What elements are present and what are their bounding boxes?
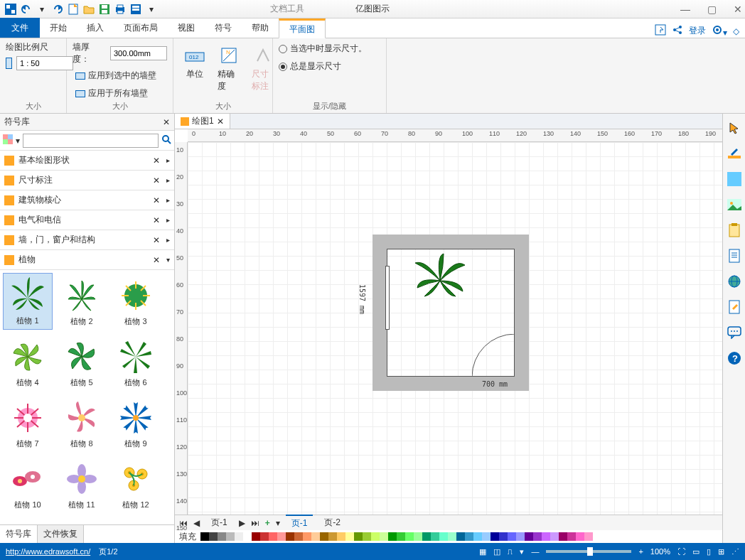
open-icon[interactable]	[82, 2, 96, 16]
layout-mode-3-icon[interactable]: ⎍	[508, 547, 513, 556]
door-shape[interactable]	[472, 334, 515, 377]
collapse-ribbon-icon[interactable]: ◇	[733, 26, 739, 36]
color-swatch[interactable]	[354, 532, 363, 541]
shape-item[interactable]: 植物 3	[111, 273, 161, 330]
ruler-horizontal[interactable]: 0102030405060708090100110120130140150160…	[188, 129, 722, 142]
shape-item[interactable]: 植物 2	[57, 273, 107, 330]
fit-width-icon[interactable]: ▭	[692, 547, 700, 556]
color-swatch[interactable]	[260, 532, 269, 541]
zoom-out-icon[interactable]: —	[531, 547, 539, 556]
page-nav-last-icon[interactable]: ⏭	[251, 518, 259, 528]
shape-item[interactable]: 植物 5	[57, 334, 107, 391]
page-tab-2[interactable]: 页-2	[318, 515, 346, 530]
color-swatch[interactable]	[388, 532, 397, 541]
color-swatch[interactable]	[448, 532, 456, 541]
color-swatch[interactable]	[508, 532, 516, 541]
undo-dropdown-icon[interactable]: ▾	[35, 2, 49, 16]
options-icon[interactable]	[129, 2, 143, 16]
library-category[interactable]: 尺寸标注✕▸	[0, 171, 174, 190]
tab-symbol[interactable]: 符号	[205, 18, 242, 38]
shape-item[interactable]: 植物 6	[111, 334, 161, 391]
library-category[interactable]: 建筑物核心✕▸	[0, 190, 174, 210]
thickness-input[interactable]	[110, 46, 167, 60]
fit-height-icon[interactable]: ▯	[707, 547, 711, 556]
tab-file[interactable]: 文件	[0, 18, 40, 38]
color-swatch[interactable]	[235, 532, 243, 541]
zoom-in-icon[interactable]: +	[638, 547, 643, 556]
document-tab[interactable]: 绘图1✕	[175, 114, 230, 129]
social-icon[interactable]	[672, 24, 683, 38]
maximize-button[interactable]: ▢	[707, 4, 717, 15]
close-button[interactable]: ✕	[734, 4, 742, 15]
library-category[interactable]: 墙，门，窗户和结构✕▸	[0, 230, 174, 250]
color-swatch[interactable]	[328, 532, 337, 541]
color-swatch[interactable]	[525, 532, 533, 541]
color-swatch[interactable]	[576, 532, 584, 541]
color-swatch[interactable]	[320, 532, 328, 541]
page-nav-prev-icon[interactable]: ◀	[193, 518, 200, 528]
library-category[interactable]: 基本绘图形状✕▸	[0, 151, 174, 171]
color-swatch[interactable]	[567, 532, 576, 541]
color-swatch[interactable]	[499, 532, 508, 541]
room-shape[interactable]: 1597 mm 700 mm	[372, 235, 529, 391]
fill-color-icon[interactable]	[726, 171, 743, 188]
color-swatch[interactable]	[252, 532, 260, 541]
color-swatch[interactable]	[371, 532, 380, 541]
color-swatch[interactable]	[243, 532, 252, 541]
library-search-input[interactable]	[23, 134, 159, 148]
color-swatch[interactable]	[516, 532, 525, 541]
minimize-button[interactable]: —	[680, 4, 690, 15]
color-swatch[interactable]	[405, 532, 414, 541]
zoom-value[interactable]: 100%	[650, 547, 670, 556]
apply-selected-walls[interactable]: 应用到选中的墙壁	[73, 68, 167, 83]
layout-mode-2-icon[interactable]: ◫	[493, 547, 500, 556]
shape-item[interactable]: 植物 11	[57, 456, 107, 513]
new-icon[interactable]	[66, 2, 80, 16]
library-category[interactable]: 植物✕▾	[0, 250, 174, 270]
color-swatch[interactable]	[294, 532, 303, 541]
redo-icon[interactable]	[50, 2, 65, 16]
color-swatch[interactable]	[533, 532, 542, 541]
qat-dropdown-icon[interactable]: ▾	[144, 2, 159, 16]
color-swatch[interactable]	[584, 532, 593, 541]
color-swatch[interactable]	[269, 532, 277, 541]
image-fill-icon[interactable]	[726, 196, 743, 213]
edit-fill-icon[interactable]	[726, 145, 743, 162]
color-swatch[interactable]	[542, 532, 550, 541]
precision-button[interactable]: N精确度	[213, 41, 245, 95]
shape-item[interactable]: 植物 10	[3, 456, 53, 513]
color-swatch[interactable]	[345, 532, 354, 541]
tab-home[interactable]: 开始	[40, 18, 77, 38]
scale-input[interactable]	[16, 56, 73, 70]
shape-item[interactable]: 植物 1	[3, 273, 53, 330]
shape-item[interactable]: 植物 8	[57, 395, 107, 452]
help-icon[interactable]: ?	[726, 350, 743, 367]
clipboard-icon[interactable]	[726, 222, 743, 239]
color-swatch[interactable]	[226, 532, 235, 541]
color-swatch[interactable]	[337, 532, 345, 541]
layout-mode-1-icon[interactable]: ▦	[479, 547, 486, 556]
tab-layout[interactable]: 页面布局	[114, 18, 168, 38]
color-swatch[interactable]	[397, 532, 405, 541]
color-swatch[interactable]	[465, 532, 473, 541]
color-swatch[interactable]	[456, 532, 465, 541]
page-nav-next-icon[interactable]: ▶	[239, 518, 245, 528]
color-swatch[interactable]	[286, 532, 294, 541]
color-swatch[interactable]	[209, 532, 218, 541]
page-edit-icon[interactable]	[726, 298, 743, 316]
print-icon[interactable]	[113, 2, 127, 16]
shape-item[interactable]: 植物 4	[3, 334, 53, 391]
color-swatch[interactable]	[491, 532, 499, 541]
fit-page-icon[interactable]: ⛶	[677, 547, 685, 556]
grid-toggle-icon[interactable]: ⊞	[718, 547, 724, 556]
drawing-canvas[interactable]: 1597 mm 700 mm	[188, 142, 722, 515]
show-dim-always-radio[interactable]: 总是显示尺寸	[279, 59, 380, 74]
window-shape[interactable]	[385, 266, 390, 330]
color-swatch[interactable]	[363, 532, 371, 541]
color-swatch[interactable]	[431, 532, 439, 541]
tab-floorplan[interactable]: 平面图	[279, 18, 326, 38]
settings-icon[interactable]: ▾	[712, 24, 727, 38]
page-tab-1a[interactable]: 页-1	[205, 515, 233, 530]
color-swatch[interactable]	[277, 532, 286, 541]
color-swatch[interactable]	[414, 532, 422, 541]
